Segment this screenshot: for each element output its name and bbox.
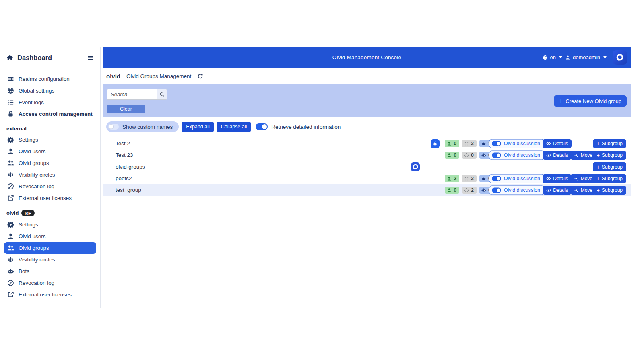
sidebar-item-label: Olvid groups xyxy=(19,245,49,251)
gear-icon xyxy=(7,136,14,143)
sidebar-item-global-settings[interactable]: Global settings xyxy=(4,85,96,97)
badge-count: 0 xyxy=(454,141,456,146)
page-title: Olvid Groups Management xyxy=(126,73,191,79)
sidebar-item-external-visibility-circles[interactable]: Visibility circles xyxy=(4,169,96,181)
olvid-discussion-label: Olvid discussion xyxy=(504,187,540,193)
retrieve-detailed-label: Retrieve detailed information xyxy=(271,124,341,130)
sidebar: Dashboard Realms configurationGlobal set… xyxy=(0,47,101,308)
idp-badge: IdP xyxy=(21,210,35,216)
sliders-icon xyxy=(7,76,14,82)
sidebar-item-event-logs[interactable]: Event logs xyxy=(4,97,96,108)
eye-icon xyxy=(546,188,551,193)
username-label: demoadmin xyxy=(573,54,600,60)
refresh-icon[interactable] xyxy=(197,73,203,79)
show-custom-names-toggle[interactable]: Show custom names xyxy=(106,121,179,132)
group-name: Test 2 xyxy=(116,140,130,146)
person-icon xyxy=(7,148,14,155)
subgroup-button[interactable]: +Subgroup xyxy=(593,186,626,195)
user-dropdown[interactable]: demoadmin xyxy=(565,54,607,60)
sidebar-header: Dashboard xyxy=(0,47,100,68)
sidebar-item-label: Olvid users xyxy=(19,148,46,154)
olvid-discussion-toggle[interactable]: Olvid discussion xyxy=(489,150,545,160)
create-group-label: Create New Olvid group xyxy=(566,98,621,104)
retrieve-detailed-toggle[interactable]: Retrieve detailed information xyxy=(256,123,341,130)
details-button[interactable]: Details xyxy=(543,174,572,183)
dashed-circle-icon xyxy=(464,176,469,181)
olvid-discussion-toggle[interactable]: Olvid discussion xyxy=(489,139,545,148)
language-dropdown[interactable]: en xyxy=(543,54,562,60)
toggle-on-icon[interactable] xyxy=(492,152,501,158)
sidebar-item-external-olvid-users[interactable]: Olvid users xyxy=(4,146,96,157)
create-group-button[interactable]: + Create New Olvid group xyxy=(554,95,627,107)
clear-button[interactable]: Clear xyxy=(107,105,145,113)
group-name: test_group xyxy=(116,187,141,193)
badge-count: 0 xyxy=(454,187,456,193)
dashboard-label: Dashboard xyxy=(17,54,52,62)
sidebar-item-access-control-management[interactable]: Access control management xyxy=(4,108,96,120)
person-icon xyxy=(565,55,570,60)
breadcrumb-realm[interactable]: olvid xyxy=(106,73,120,80)
plus-icon: + xyxy=(597,152,600,158)
badge-count: 2 xyxy=(471,187,474,193)
toggle-off-icon[interactable] xyxy=(108,124,119,130)
sidebar-item-label: Settings xyxy=(19,222,38,228)
olvid-discussion-toggle[interactable]: Olvid discussion xyxy=(489,185,545,195)
collapse-all-button[interactable]: Collapse all xyxy=(217,122,251,132)
arrow-in-right-icon xyxy=(574,176,579,181)
robot-icon xyxy=(481,176,486,181)
details-label: Details xyxy=(553,152,568,158)
pending-count-badge: 2 xyxy=(462,175,477,182)
details-button[interactable]: Details xyxy=(543,139,572,148)
sidebar-item-external-external-user-licenses[interactable]: External user licenses xyxy=(4,192,96,204)
toggle-on-icon[interactable] xyxy=(492,187,501,193)
search-button[interactable] xyxy=(157,89,167,100)
subgroup-button[interactable]: +Subgroup xyxy=(593,139,626,148)
details-button[interactable]: Details xyxy=(543,151,572,160)
subgroup-button[interactable]: +Subgroup xyxy=(593,162,626,171)
move-button[interactable]: Move xyxy=(570,186,596,195)
sidebar-item-realms-configuration[interactable]: Realms configuration xyxy=(4,73,96,85)
subgroup-button[interactable]: +Subgroup xyxy=(593,174,626,183)
olvid-discussion-toggle[interactable]: Olvid discussion xyxy=(489,174,545,183)
hamburger-menu-icon[interactable] xyxy=(87,54,94,61)
toggle-on-icon[interactable] xyxy=(492,141,501,146)
sidebar-item-label: Olvid users xyxy=(19,233,46,239)
sidebar-item-olvid-bots[interactable]: Bots xyxy=(4,265,96,277)
sidebar-item-label: External user licenses xyxy=(19,195,72,201)
member-count-badge: 0 xyxy=(445,187,459,194)
pending-count-badge: 2 xyxy=(462,187,477,194)
details-button[interactable]: Details xyxy=(543,186,572,195)
caret-down-icon xyxy=(559,56,562,58)
move-button[interactable]: Move xyxy=(570,174,596,183)
olvid-discussion-label: Olvid discussion xyxy=(504,176,540,181)
subgroup-button[interactable]: +Subgroup xyxy=(593,151,626,160)
sidebar-item-olvid-visibility-circles[interactable]: Visibility circles xyxy=(4,254,96,265)
sidebar-item-label: Realms configuration xyxy=(19,76,70,82)
plus-icon: + xyxy=(597,141,600,146)
toggle-on-icon[interactable] xyxy=(492,176,501,181)
sidebar-item-olvid-revocation-log[interactable]: Revocation log xyxy=(4,277,96,289)
dashed-circle-icon xyxy=(464,153,469,158)
app-title: Olvid Management Console xyxy=(332,54,401,60)
sidebar-item-olvid-olvid-groups[interactable]: Olvid groups xyxy=(4,242,96,254)
sidebar-item-external-olvid-groups[interactable]: Olvid groups xyxy=(4,157,96,169)
sidebar-item-olvid-settings[interactable]: Settings xyxy=(4,219,96,230)
dashed-circle-icon xyxy=(464,141,469,146)
sidebar-item-olvid-external-user-licenses[interactable]: External user licenses xyxy=(4,289,96,300)
scales-icon xyxy=(7,256,14,263)
sidebar-item-external-settings[interactable]: Settings xyxy=(4,134,96,146)
sidebar-item-olvid-olvid-users[interactable]: Olvid users xyxy=(4,230,96,242)
expand-all-button[interactable]: Expand all xyxy=(182,122,213,132)
search-input[interactable] xyxy=(107,89,157,100)
sidebar-section-title-external: external xyxy=(0,120,100,134)
top-bar: Olvid Management Console en demoadmin xyxy=(103,47,631,68)
move-button[interactable]: Move xyxy=(570,151,596,160)
sidebar-sections: externalSettingsOlvid usersOlvid groupsV… xyxy=(0,120,100,300)
move-label: Move xyxy=(581,176,592,181)
sidebar-item-label: Revocation log xyxy=(19,280,54,286)
toggle-on-icon[interactable] xyxy=(256,123,268,130)
member-count-badge: 2 xyxy=(445,175,459,182)
sidebar-item-external-revocation-log[interactable]: Revocation log xyxy=(4,181,96,192)
person-icon xyxy=(447,176,452,181)
list-icon xyxy=(7,99,14,106)
